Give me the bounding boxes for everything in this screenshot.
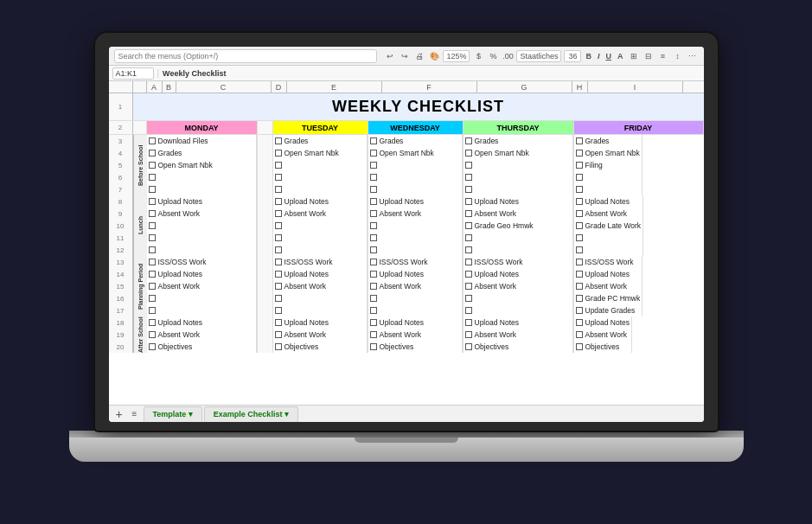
italic-button[interactable]: I: [596, 52, 602, 61]
cb-lfri-9[interactable]: [576, 210, 583, 217]
cb-wed-7[interactable]: [370, 186, 377, 193]
tab-template[interactable]: Template ▾: [144, 406, 202, 422]
cb-ltue-12[interactable]: [275, 246, 282, 253]
cb-tue-4[interactable]: [275, 150, 282, 157]
cb-lwed-8[interactable]: [370, 198, 377, 205]
cb-tue-3[interactable]: [275, 137, 282, 144]
borders-icon[interactable]: ⊞: [628, 50, 640, 62]
cb-pfri-16[interactable]: [576, 295, 583, 302]
cb-thu-5[interactable]: [465, 162, 472, 169]
cb-pthu-16[interactable]: [465, 295, 472, 302]
cb-pfri-15[interactable]: [576, 283, 583, 290]
cb-ptue-14[interactable]: [275, 271, 282, 278]
cb-pmon-13[interactable]: [149, 259, 156, 265]
cb-pfri-17[interactable]: [576, 307, 583, 314]
cb-fri-7[interactable]: [576, 186, 583, 193]
cb-lwed-10[interactable]: [370, 222, 377, 229]
cb-aWed-20[interactable]: [370, 343, 377, 350]
cb-aThu-18[interactable]: [465, 319, 472, 326]
cb-pthu-14[interactable]: [465, 271, 472, 278]
add-sheet-button[interactable]: +: [112, 407, 126, 421]
cb-ltue-9[interactable]: [275, 210, 282, 217]
cb-thu-7[interactable]: [465, 186, 472, 193]
currency-icon[interactable]: $: [472, 50, 484, 62]
cb-mon-4[interactable]: [149, 150, 156, 157]
cb-lthu-9[interactable]: [465, 210, 472, 217]
more-icon[interactable]: ⋯: [687, 50, 699, 62]
cb-pwed-16[interactable]: [370, 295, 377, 302]
cb-lthu-12[interactable]: [465, 246, 472, 253]
cb-thu-4[interactable]: [465, 150, 472, 157]
cb-pwed-17[interactable]: [370, 307, 377, 314]
cb-thu-6[interactable]: [465, 174, 472, 181]
cb-pwed-13[interactable]: [370, 259, 377, 265]
cb-aWed-19[interactable]: [370, 331, 377, 338]
cb-ltue-10[interactable]: [275, 222, 282, 229]
underline-button[interactable]: U: [604, 52, 614, 61]
cb-aThu-19[interactable]: [465, 331, 472, 338]
cb-lfri-10[interactable]: [576, 222, 583, 229]
cb-ltue-8[interactable]: [275, 198, 282, 205]
cb-aFri-20[interactable]: [576, 343, 583, 350]
merge-icon[interactable]: ⊟: [643, 50, 655, 62]
cb-ltue-11[interactable]: [275, 234, 282, 241]
cb-wed-6[interactable]: [370, 174, 377, 181]
cb-amon-18[interactable]: [149, 319, 156, 326]
cb-mon-5[interactable]: [149, 162, 156, 169]
font-select[interactable]: Staatliches: [516, 50, 561, 62]
cb-lthu-8[interactable]: [465, 198, 472, 205]
valign-icon[interactable]: ↕: [672, 50, 684, 62]
cb-fri-4[interactable]: [576, 150, 583, 157]
cb-pthu-17[interactable]: [465, 307, 472, 314]
cb-lwed-12[interactable]: [370, 246, 377, 253]
cb-pthu-13[interactable]: [465, 259, 472, 265]
cb-lfri-11[interactable]: [576, 234, 583, 241]
cb-fri-5[interactable]: [576, 162, 583, 169]
cb-lmon-10[interactable]: [149, 222, 156, 229]
cb-mon-7[interactable]: [149, 186, 156, 193]
cb-amon-20[interactable]: [149, 343, 156, 350]
cb-aTue-18[interactable]: [275, 319, 282, 326]
cb-aFri-19[interactable]: [576, 331, 583, 338]
cb-pwed-14[interactable]: [370, 271, 377, 278]
menu-search-input[interactable]: [114, 49, 378, 63]
cb-pmon-14[interactable]: [149, 271, 156, 278]
cb-lthu-11[interactable]: [465, 234, 472, 241]
cb-aWed-18[interactable]: [370, 319, 377, 326]
cb-lmon-11[interactable]: [149, 234, 156, 241]
cb-wed-5[interactable]: [370, 162, 377, 169]
align-icon[interactable]: ≡: [657, 50, 669, 62]
cb-ptue-16[interactable]: [275, 295, 282, 302]
cb-aFri-18[interactable]: [576, 319, 583, 326]
cb-aTue-20[interactable]: [275, 343, 282, 350]
cb-pwed-15[interactable]: [370, 283, 377, 290]
cb-aThu-20[interactable]: [465, 343, 472, 350]
cb-lthu-10[interactable]: [465, 222, 472, 229]
cb-ptue-13[interactable]: [275, 259, 282, 265]
cb-lmon-9[interactable]: [149, 210, 156, 217]
sheet-menu-button[interactable]: ≡: [128, 407, 142, 421]
cb-lmon-12[interactable]: [149, 246, 156, 253]
cb-fri-6[interactable]: [576, 174, 583, 181]
cb-lwed-11[interactable]: [370, 234, 377, 241]
cb-pmon-16[interactable]: [149, 295, 156, 302]
cb-fri-3[interactable]: [576, 137, 583, 144]
cb-mon-6[interactable]: [149, 174, 156, 181]
cb-tue-6[interactable]: [275, 174, 282, 181]
cb-pfri-13[interactable]: [576, 259, 583, 265]
cb-ptue-17[interactable]: [275, 307, 282, 314]
cb-pfri-14[interactable]: [576, 271, 583, 278]
print-icon[interactable]: 🖨: [413, 50, 425, 62]
cb-lwed-9[interactable]: [370, 210, 377, 217]
cb-thu-3[interactable]: [465, 137, 472, 144]
cb-amon-19[interactable]: [149, 331, 156, 338]
cb-mon-3[interactable]: [149, 137, 156, 144]
cb-lfri-8[interactable]: [576, 198, 583, 205]
cb-wed-4[interactable]: [370, 150, 377, 157]
bold-button[interactable]: B: [584, 52, 593, 61]
redo-icon[interactable]: ↪: [399, 50, 411, 62]
cb-wed-3[interactable]: [370, 137, 377, 144]
cb-tue-5[interactable]: [275, 162, 282, 169]
cb-pmon-17[interactable]: [149, 307, 156, 314]
zoom-label[interactable]: 125%: [443, 50, 470, 62]
